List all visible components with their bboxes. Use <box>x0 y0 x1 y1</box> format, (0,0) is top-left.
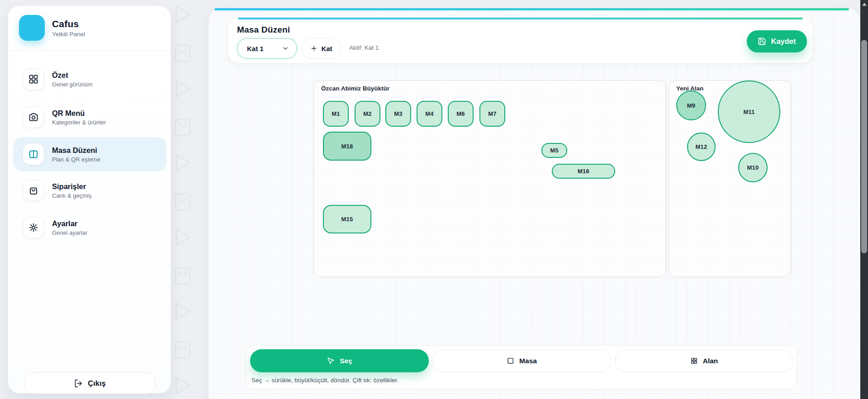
gear-icon <box>23 217 44 238</box>
table-m3[interactable]: M3 <box>385 101 411 127</box>
sidebar-item-ozet[interactable]: Özet Genel görünüm <box>13 62 166 96</box>
sidebar-item-sublabel: Canlı & geçmiş <box>52 192 91 199</box>
brand-name: Cafus <box>52 19 85 29</box>
gradient-header-bar <box>238 18 803 19</box>
scroll-up-arrow[interactable] <box>862 3 867 6</box>
grid-icon <box>23 68 44 90</box>
main-panel: Masa Düzeni Kat 1 Kat Aktif: Kat 1 Kayde… <box>208 8 860 399</box>
table-m6[interactable]: M6 <box>448 101 474 127</box>
table-m7[interactable]: M7 <box>479 101 505 127</box>
save-icon <box>758 37 766 46</box>
sidebar-item-masa-duzeni[interactable]: Masa Düzeni Plan & QR eşleme <box>13 137 166 171</box>
sidebar-item-label: Ayarlar <box>52 219 87 228</box>
area-tool-label: Alan <box>703 357 718 365</box>
select-tool-button[interactable]: Seç <box>250 349 429 372</box>
logout-icon <box>74 379 83 388</box>
sidebar-item-label: QR Menü <box>52 109 106 118</box>
table-m9[interactable]: M9 <box>676 90 706 120</box>
floor-plan-canvas[interactable]: Özcan Abimiz BüyüktürYeni AlanM1M2M3M4M6… <box>209 8 860 399</box>
table-m5[interactable]: M5 <box>541 143 567 158</box>
select-tool-label: Seç <box>340 357 352 365</box>
sidebar-item-sublabel: Genel görünüm <box>52 81 93 88</box>
shopping-bag-icon <box>23 180 44 201</box>
sidebar-item-ayarlar[interactable]: Ayarlar Genel ayarlar <box>13 210 166 245</box>
logout-button[interactable]: Çıkış <box>24 372 156 394</box>
table-m4[interactable]: M4 <box>417 101 442 127</box>
add-floor-label: Kat <box>321 45 332 52</box>
sidebar-item-sublabel: Plan & QR eşleme <box>52 156 100 163</box>
table-m15[interactable]: M15 <box>323 205 371 233</box>
brand-subtitle: Yetkili Panel <box>52 31 85 38</box>
background-pattern-left <box>169 0 195 399</box>
sidebar-item-label: Özet <box>52 71 93 80</box>
header-card: Masa Düzeni Kat 1 Kat Aktif: Kat 1 Kayde… <box>228 17 813 64</box>
vertical-scrollbar[interactable] <box>860 0 868 399</box>
floor-select-value: Kat 1 <box>247 45 264 52</box>
chevron-down-icon <box>282 45 289 52</box>
toolbar: Seç Masa Alan Seç → sürükle, büyüt/küçül… <box>246 345 797 390</box>
sidebar-item-sublabel: Kategoriler & ürünler <box>52 119 106 126</box>
toolbar-hint: Seç → sürükle, büyüt/küçült, döndür. Çif… <box>251 377 398 384</box>
sidebar-item-sublabel: Genel ayarlar <box>52 229 87 236</box>
camera-icon <box>23 106 44 128</box>
area-tool-button[interactable]: Alan <box>615 349 793 372</box>
active-floor-label: Aktif: Kat 1 <box>349 44 379 51</box>
zone-label: Yeni Alan <box>676 85 703 92</box>
brand: Cafus Yetkili Panel <box>19 15 85 41</box>
page-title: Masa Düzeni <box>237 25 290 35</box>
sidebar-item-label: Siparişler <box>52 182 91 191</box>
table-tool-label: Masa <box>519 357 537 365</box>
plus-icon <box>310 45 318 52</box>
columns-icon <box>23 143 44 165</box>
square-icon <box>507 357 514 365</box>
sidebar-item-siparisler[interactable]: Siparişler Canlı & geçmiş <box>13 173 166 208</box>
table-m18[interactable]: M18 <box>323 132 371 161</box>
grid-icon <box>690 357 698 365</box>
sidebar-item-qr-menu[interactable]: QR Menü Kategoriler & ürünler <box>13 100 166 134</box>
table-tool-button[interactable]: Masa <box>432 349 611 372</box>
mouse-pointer-icon <box>327 357 335 365</box>
add-floor-button[interactable]: Kat <box>302 38 341 59</box>
sidebar-item-label: Masa Düzeni <box>52 146 100 155</box>
save-button[interactable]: Kaydet <box>747 30 807 52</box>
save-label: Kaydet <box>771 37 796 46</box>
scrollbar-thumb[interactable] <box>861 40 867 253</box>
table-m12[interactable]: M12 <box>687 133 716 161</box>
zone-label: Özcan Abimiz Büyüktür <box>321 85 389 92</box>
floor-select[interactable]: Kat 1 <box>237 38 297 59</box>
table-m10[interactable]: M10 <box>738 153 768 182</box>
table-m1[interactable]: M1 <box>323 101 349 127</box>
table-m2[interactable]: M2 <box>355 101 380 127</box>
divider <box>8 50 171 51</box>
sidebar: Cafus Yetkili Panel Özet Genel görünüm Q… <box>8 5 171 394</box>
table-m11[interactable]: M11 <box>718 81 780 143</box>
app-logo <box>19 15 45 41</box>
logout-label: Çıkış <box>88 379 105 388</box>
table-m16[interactable]: M16 <box>552 164 615 179</box>
